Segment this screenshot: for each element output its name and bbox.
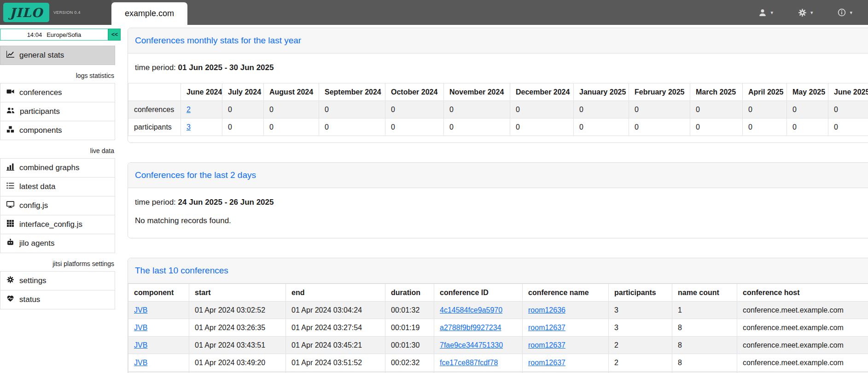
column-header: November 2024 [444,83,510,101]
table-cell: 01 Apr 2024 03:51:57 [189,372,286,373]
sidebar-section-jitsi-platforms-settings: jitsi platforms settings [0,260,114,267]
sidebar-item-participants[interactable]: participants [0,102,115,121]
cell-link[interactable]: 2 [186,106,191,113]
table-row: JVB01 Apr 2024 03:02:5201 Apr 2024 03:04… [128,302,868,319]
column-header: component [128,284,189,302]
cell-link[interactable]: room12637 [528,341,565,349]
brand-area: JILO VERSION 0.4 [0,0,111,25]
table-cell: room12637 [523,372,609,373]
time-period-label: time period: [135,63,176,72]
table-cell: 3 [609,319,672,337]
cell-link[interactable]: a2788f9bf9927234 [440,324,501,332]
sidebar-item-latest-data[interactable]: latest data [0,177,115,196]
tab-label: example.com [125,9,174,18]
sidebar-item-config-js[interactable]: config.js [0,196,115,215]
info-menu[interactable]: ▾ [838,8,852,17]
table-cell: JVB [128,372,189,373]
column-header: August 2024 [264,83,319,101]
table-cell: room12637 [523,354,609,372]
table-row: JVB01 Apr 2024 03:43:5101 Apr 2024 03:45… [128,337,868,354]
table-cell: 0 [222,118,264,136]
table-cell: 0 [574,101,629,118]
cell-link[interactable]: JVB [134,341,147,349]
table-row: JVB01 Apr 2024 03:26:3501 Apr 2024 03:27… [128,319,868,337]
cell-link[interactable]: room12636 [528,306,565,314]
table-cell: fce17ce887fcdf78 [434,354,523,372]
column-header: March 2025 [690,83,743,101]
table-cell: 0 [574,118,629,136]
cell-link[interactable]: 3 [186,123,191,131]
table-cell: conference.meet.example.com [737,302,868,319]
table-cell: 00:01:19 [385,319,434,337]
table-cell: 0 [510,101,574,118]
table-cell: 0 [385,118,444,136]
table-row: participants3000000000000 [128,118,868,136]
sidebar-item-combined-graphs[interactable]: combined graphs [0,158,115,178]
table-cell: 0 [510,118,574,136]
table-cell: conference.meet.example.com [737,372,868,373]
table-cell: conference.meet.example.com [737,354,868,372]
sidebar-item-label: jilo agents [19,239,55,248]
list-icon [6,182,14,192]
tab-example-com[interactable]: example.com [111,2,187,25]
monthly-stats-table: June 2024July 2024August 2024September 2… [128,83,868,136]
sidebar-item-label: status [19,295,40,304]
card-title-monthly-stats: Conferences monthly stats for the last y… [135,36,301,45]
table-cell: 00:01:30 [385,337,434,354]
table-cell: conferences [128,101,181,118]
time-period-label: time period: [135,198,176,207]
cell-link[interactable]: room12637 [528,324,565,332]
sidebar-item-general-stats[interactable]: general stats [0,46,115,65]
gear-icon [798,8,807,17]
sidebar-item-label: general stats [19,51,64,60]
column-header: April 2025 [743,83,787,101]
sidebar-collapse-button[interactable]: << [108,29,121,41]
cell-link[interactable]: 4c14584fce9a5970 [440,306,502,314]
column-header: start [189,284,286,302]
cell-link[interactable]: JVB [134,306,147,314]
table-row: JVB01 Apr 2024 03:51:5701 Apr 2024 03:52… [128,372,868,373]
heart-pulse-icon [6,295,14,305]
table-header-row: June 2024July 2024August 2024September 2… [128,83,868,101]
table-cell: 01 Apr 2024 03:43:51 [189,337,286,354]
table-cell: conference.meet.example.com [737,337,868,354]
user-menu[interactable]: ▾ [758,8,773,17]
sidebar-item-status[interactable]: status [0,290,115,309]
sidebar-item-conferences[interactable]: conferences [0,83,115,102]
table-cell: JVB [128,319,189,337]
card-last-2-days: Conferences for the last 2 days time per… [128,162,868,238]
cell-link[interactable]: room12637 [528,359,565,367]
table-cell: 8 [672,354,737,372]
sidebar-item-jilo-agents[interactable]: jilo agents [0,234,115,253]
card-title-last-2-days: Conferences for the last 2 days [135,170,256,180]
sidebar: 14:04 Europe/Sofia << general stats logs… [0,25,121,309]
cell-link[interactable]: 7fae9ce344751330 [440,341,503,349]
jilo-logo[interactable]: JILO [3,3,49,22]
time-period-value: 24 Jun 2025 - 26 Jun 2025 [178,198,274,207]
table-cell: 0 [787,101,828,118]
settings-menu[interactable]: ▾ [798,8,813,17]
cell-link[interactable]: JVB [134,359,147,367]
table-cell: room12637 [523,337,609,354]
table-cell: 0 [690,101,743,118]
column-header: end [286,284,385,302]
table-cell: 0 [743,118,787,136]
column-header: December 2024 [510,83,574,101]
table-cell: participants [128,118,181,136]
sidebar-item-interface-config-js[interactable]: interface_config.js [0,215,115,234]
sidebar-item-settings[interactable]: settings [0,271,115,290]
chevron-down-icon: ▾ [770,10,773,16]
table-cell: 0 [264,101,319,118]
cell-link[interactable]: fce17ce887fcdf78 [440,359,498,367]
grid-icon [6,219,14,230]
table-cell: 01 Apr 2024 03:49:20 [189,354,286,372]
card-body: time period: 01 Jun 2025 - 30 Jun 2025 [128,53,868,83]
sidebar-item-components[interactable]: components [0,121,115,140]
table-cell: 8 [672,319,737,337]
card-monthly-stats: Conferences monthly stats for the last y… [128,28,868,143]
cell-link[interactable]: JVB [134,324,147,332]
time-period: time period: 01 Jun 2025 - 30 Jun 2025 [135,63,868,72]
column-header: June 2025 [828,83,868,101]
table-cell: 2 [181,101,222,118]
table-cell: a2788f9bf9927234 [434,319,523,337]
